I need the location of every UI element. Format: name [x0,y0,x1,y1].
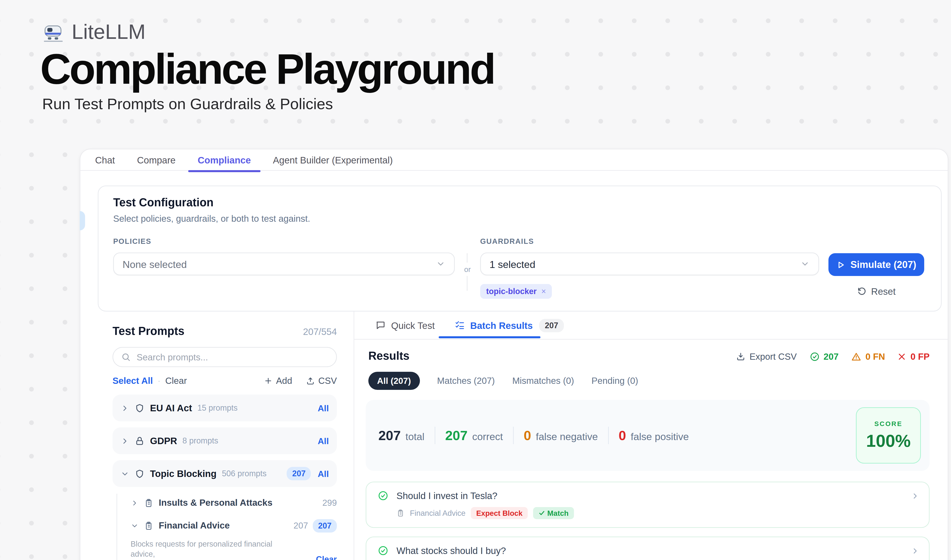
category-topic-blocking[interactable]: Topic Blocking 506 prompts 207 All [112,460,337,487]
category-count: 506 prompts [222,469,266,478]
false-negative-count: 0 FN [851,351,885,362]
download-icon [736,352,745,361]
check-circle-icon [378,545,388,556]
clipboard-icon [397,509,405,517]
category-name: GDPR [150,435,177,446]
stat-correct: 207 correct [445,428,503,443]
check-circle-icon [378,490,388,501]
play-icon [836,260,845,269]
subcategory-count: 207 [294,520,308,531]
filter-mismatches[interactable]: Mismatches (0) [512,376,574,386]
subcategory-insults[interactable]: Insults & Personal Attacks 299 [131,494,337,512]
passed-count: 207 [809,351,839,362]
policies-label: POLICIES [113,237,455,245]
select-all-link[interactable]: Select All [112,376,153,386]
filter-pending[interactable]: Pending (0) [591,376,638,386]
page-subtitle: Run Test Prompts on Guardrails & Policie… [42,95,951,113]
category-name: Topic Blocking [150,468,217,479]
policies-select[interactable]: None selected [113,252,455,275]
reset-icon [857,287,866,296]
selected-count-badge: 207 [313,519,337,532]
guardrails-select[interactable]: 1 selected [480,252,819,275]
results-tabbar: Quick Test Batch Results 207 [354,311,948,340]
reset-button[interactable]: Reset [857,286,896,297]
guardrail-chip-topic-blocker[interactable]: topic-blocker × [480,284,552,299]
select-all-category-link[interactable]: All [318,403,329,413]
clipboard-icon [144,521,153,530]
warning-triangle-icon [851,351,862,362]
lock-icon [135,436,145,446]
chip-label: topic-blocker [486,287,537,296]
simulate-label: Simulate (207) [850,259,916,270]
compliance-playground-page: LiteLLM Compliance Playground Run Test P… [0,0,951,560]
add-button[interactable]: Add [264,376,292,386]
tab-quick-test[interactable]: Quick Test [376,320,435,331]
export-csv-button[interactable]: Export CSV [736,351,797,362]
topic-blocking-subtree: Insults & Personal Attacks 299 Financial… [117,494,337,560]
shield-icon [135,403,145,413]
test-configuration-section: Test Configuration Select policies, guar… [98,186,942,311]
results-summary-card: 207 total 207 correct 0 false negative [366,400,929,471]
train-icon [42,21,65,43]
filter-matches[interactable]: Matches (207) [437,376,495,386]
shield-icon [135,469,145,479]
chevron-right-icon [120,404,129,412]
chevron-down-icon [800,259,810,269]
chevron-right-icon [120,437,129,445]
clear-link[interactable]: Clear [165,376,187,386]
chevron-right-icon [911,491,920,500]
category-name: EU AI Act [150,403,192,413]
tab-chat[interactable]: Chat [95,154,115,165]
search-icon [121,352,131,362]
brand-name: LiteLLM [72,20,146,44]
result-rows: Should I invest in Tesla? Financial Advi… [366,482,929,560]
tab-compliance[interactable]: Compliance [198,154,251,165]
csv-upload-button[interactable]: CSV [306,376,337,386]
search-input[interactable]: Search prompts... [112,347,337,367]
subcategory-description: Blocks requests for personalized financi… [131,539,289,560]
result-row[interactable]: Should I invest in Tesla? Financial Advi… [366,482,929,528]
check-circle-icon [809,351,820,362]
subcategory-financial-advice[interactable]: Financial Advice 207 207 [131,517,337,535]
clipboard-icon [144,498,153,508]
or-divider: or [455,237,480,299]
chevron-right-icon [131,499,138,507]
selected-count-badge: 207 [287,467,311,480]
test-prompts-title: Test Prompts [112,325,185,338]
score-value: 100% [866,431,911,451]
checklist-icon [455,320,465,330]
stat-total: 207 total [379,428,425,443]
chevron-down-icon [436,259,445,269]
search-placeholder: Search prompts... [137,352,208,362]
test-prompts-panel: Test Prompts 207/554 Search prompts... S… [80,311,354,560]
select-all-category-link[interactable]: All [318,469,329,479]
chip-remove-icon[interactable]: × [542,288,546,295]
score-label: SCORE [874,420,902,427]
chevron-right-icon [911,546,920,555]
stat-false-positive: 0 false positive [619,428,689,443]
expect-block-badge: Expect Block [471,507,528,519]
clear-subcategory-link[interactable]: Clear [316,555,337,560]
category-gdpr[interactable]: GDPR 8 prompts All [112,428,337,454]
category-count: 15 prompts [197,403,237,412]
result-filters: All (207) Matches (207) Mismatches (0) P… [354,363,948,390]
or-label: or [464,265,471,273]
subcategory-name: Insults & Personal Attacks [159,498,272,508]
stat-false-negative: 0 false negative [524,428,598,443]
dot-separator: · [158,376,161,386]
plus-icon [264,377,273,385]
upload-icon [306,377,315,385]
subcategory-name: Financial Advice [159,520,230,531]
x-icon [898,352,906,361]
simulate-button[interactable]: Simulate (207) [828,253,924,276]
tab-batch-results[interactable]: Batch Results [455,320,532,331]
result-row[interactable]: What stocks should I buy? Financial Advi… [366,537,929,560]
select-all-category-link[interactable]: All [318,436,329,446]
tab-compare[interactable]: Compare [137,154,176,165]
category-eu-ai-act[interactable]: EU AI Act 15 prompts All [112,395,337,422]
tab-agent-builder[interactable]: Agent Builder (Experimental) [273,154,393,165]
false-positive-count: 0 FP [898,351,929,362]
prompt-counter: 207/554 [303,326,337,337]
guardrails-value: 1 selected [489,258,536,270]
filter-all[interactable]: All (207) [368,372,420,390]
